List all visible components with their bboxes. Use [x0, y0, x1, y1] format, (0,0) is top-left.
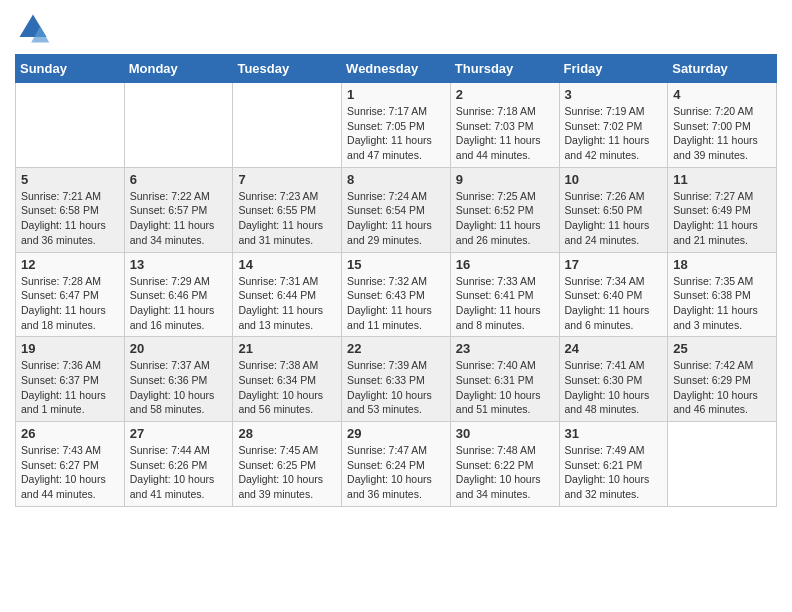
day-number: 20 [130, 341, 228, 356]
day-info: Sunrise: 7:18 AM Sunset: 7:03 PM Dayligh… [456, 104, 554, 163]
day-info: Sunrise: 7:24 AM Sunset: 6:54 PM Dayligh… [347, 189, 445, 248]
calendar-cell [668, 422, 777, 507]
day-info: Sunrise: 7:44 AM Sunset: 6:26 PM Dayligh… [130, 443, 228, 502]
calendar-table: SundayMondayTuesdayWednesdayThursdayFrid… [15, 54, 777, 507]
day-info: Sunrise: 7:26 AM Sunset: 6:50 PM Dayligh… [565, 189, 663, 248]
day-info: Sunrise: 7:32 AM Sunset: 6:43 PM Dayligh… [347, 274, 445, 333]
day-info: Sunrise: 7:22 AM Sunset: 6:57 PM Dayligh… [130, 189, 228, 248]
calendar-cell: 22Sunrise: 7:39 AM Sunset: 6:33 PM Dayli… [342, 337, 451, 422]
calendar-cell: 25Sunrise: 7:42 AM Sunset: 6:29 PM Dayli… [668, 337, 777, 422]
day-info: Sunrise: 7:21 AM Sunset: 6:58 PM Dayligh… [21, 189, 119, 248]
day-info: Sunrise: 7:33 AM Sunset: 6:41 PM Dayligh… [456, 274, 554, 333]
calendar-week-3: 12Sunrise: 7:28 AM Sunset: 6:47 PM Dayli… [16, 252, 777, 337]
calendar-cell: 11Sunrise: 7:27 AM Sunset: 6:49 PM Dayli… [668, 167, 777, 252]
header-day-friday: Friday [559, 55, 668, 83]
day-info: Sunrise: 7:34 AM Sunset: 6:40 PM Dayligh… [565, 274, 663, 333]
calendar-cell: 23Sunrise: 7:40 AM Sunset: 6:31 PM Dayli… [450, 337, 559, 422]
calendar-cell: 1Sunrise: 7:17 AM Sunset: 7:05 PM Daylig… [342, 83, 451, 168]
calendar-cell: 18Sunrise: 7:35 AM Sunset: 6:38 PM Dayli… [668, 252, 777, 337]
day-info: Sunrise: 7:48 AM Sunset: 6:22 PM Dayligh… [456, 443, 554, 502]
day-number: 25 [673, 341, 771, 356]
day-number: 30 [456, 426, 554, 441]
day-number: 14 [238, 257, 336, 272]
day-info: Sunrise: 7:41 AM Sunset: 6:30 PM Dayligh… [565, 358, 663, 417]
header-day-sunday: Sunday [16, 55, 125, 83]
calendar-cell: 26Sunrise: 7:43 AM Sunset: 6:27 PM Dayli… [16, 422, 125, 507]
day-number: 22 [347, 341, 445, 356]
calendar-cell: 16Sunrise: 7:33 AM Sunset: 6:41 PM Dayli… [450, 252, 559, 337]
day-info: Sunrise: 7:47 AM Sunset: 6:24 PM Dayligh… [347, 443, 445, 502]
header-day-wednesday: Wednesday [342, 55, 451, 83]
day-number: 4 [673, 87, 771, 102]
day-number: 19 [21, 341, 119, 356]
day-number: 2 [456, 87, 554, 102]
day-info: Sunrise: 7:43 AM Sunset: 6:27 PM Dayligh… [21, 443, 119, 502]
calendar-cell [124, 83, 233, 168]
day-info: Sunrise: 7:39 AM Sunset: 6:33 PM Dayligh… [347, 358, 445, 417]
header-day-tuesday: Tuesday [233, 55, 342, 83]
day-number: 7 [238, 172, 336, 187]
day-info: Sunrise: 7:25 AM Sunset: 6:52 PM Dayligh… [456, 189, 554, 248]
day-number: 29 [347, 426, 445, 441]
day-number: 1 [347, 87, 445, 102]
day-number: 26 [21, 426, 119, 441]
calendar-cell: 30Sunrise: 7:48 AM Sunset: 6:22 PM Dayli… [450, 422, 559, 507]
day-number: 31 [565, 426, 663, 441]
day-info: Sunrise: 7:42 AM Sunset: 6:29 PM Dayligh… [673, 358, 771, 417]
logo [15, 10, 55, 46]
calendar-cell: 28Sunrise: 7:45 AM Sunset: 6:25 PM Dayli… [233, 422, 342, 507]
day-info: Sunrise: 7:19 AM Sunset: 7:02 PM Dayligh… [565, 104, 663, 163]
calendar-cell: 5Sunrise: 7:21 AM Sunset: 6:58 PM Daylig… [16, 167, 125, 252]
day-number: 21 [238, 341, 336, 356]
day-info: Sunrise: 7:29 AM Sunset: 6:46 PM Dayligh… [130, 274, 228, 333]
calendar-cell: 13Sunrise: 7:29 AM Sunset: 6:46 PM Dayli… [124, 252, 233, 337]
calendar-week-5: 26Sunrise: 7:43 AM Sunset: 6:27 PM Dayli… [16, 422, 777, 507]
calendar-cell: 10Sunrise: 7:26 AM Sunset: 6:50 PM Dayli… [559, 167, 668, 252]
day-number: 15 [347, 257, 445, 272]
calendar-cell: 24Sunrise: 7:41 AM Sunset: 6:30 PM Dayli… [559, 337, 668, 422]
calendar-cell: 14Sunrise: 7:31 AM Sunset: 6:44 PM Dayli… [233, 252, 342, 337]
day-number: 16 [456, 257, 554, 272]
day-info: Sunrise: 7:38 AM Sunset: 6:34 PM Dayligh… [238, 358, 336, 417]
calendar-cell: 27Sunrise: 7:44 AM Sunset: 6:26 PM Dayli… [124, 422, 233, 507]
day-number: 11 [673, 172, 771, 187]
calendar-cell: 29Sunrise: 7:47 AM Sunset: 6:24 PM Dayli… [342, 422, 451, 507]
header-day-thursday: Thursday [450, 55, 559, 83]
calendar-cell [233, 83, 342, 168]
day-number: 24 [565, 341, 663, 356]
calendar-cell: 9Sunrise: 7:25 AM Sunset: 6:52 PM Daylig… [450, 167, 559, 252]
day-info: Sunrise: 7:20 AM Sunset: 7:00 PM Dayligh… [673, 104, 771, 163]
day-info: Sunrise: 7:45 AM Sunset: 6:25 PM Dayligh… [238, 443, 336, 502]
calendar-cell [16, 83, 125, 168]
calendar-week-2: 5Sunrise: 7:21 AM Sunset: 6:58 PM Daylig… [16, 167, 777, 252]
day-info: Sunrise: 7:27 AM Sunset: 6:49 PM Dayligh… [673, 189, 771, 248]
day-info: Sunrise: 7:23 AM Sunset: 6:55 PM Dayligh… [238, 189, 336, 248]
logo-icon [15, 10, 51, 46]
day-number: 13 [130, 257, 228, 272]
calendar-week-1: 1Sunrise: 7:17 AM Sunset: 7:05 PM Daylig… [16, 83, 777, 168]
calendar-cell: 6Sunrise: 7:22 AM Sunset: 6:57 PM Daylig… [124, 167, 233, 252]
day-info: Sunrise: 7:36 AM Sunset: 6:37 PM Dayligh… [21, 358, 119, 417]
day-number: 3 [565, 87, 663, 102]
header-row: SundayMondayTuesdayWednesdayThursdayFrid… [16, 55, 777, 83]
day-number: 18 [673, 257, 771, 272]
header-day-saturday: Saturday [668, 55, 777, 83]
calendar-body: 1Sunrise: 7:17 AM Sunset: 7:05 PM Daylig… [16, 83, 777, 507]
calendar-cell: 19Sunrise: 7:36 AM Sunset: 6:37 PM Dayli… [16, 337, 125, 422]
calendar-cell: 12Sunrise: 7:28 AM Sunset: 6:47 PM Dayli… [16, 252, 125, 337]
day-info: Sunrise: 7:31 AM Sunset: 6:44 PM Dayligh… [238, 274, 336, 333]
day-number: 27 [130, 426, 228, 441]
day-number: 17 [565, 257, 663, 272]
page-header [15, 10, 777, 46]
day-number: 12 [21, 257, 119, 272]
day-info: Sunrise: 7:40 AM Sunset: 6:31 PM Dayligh… [456, 358, 554, 417]
day-info: Sunrise: 7:37 AM Sunset: 6:36 PM Dayligh… [130, 358, 228, 417]
calendar-cell: 20Sunrise: 7:37 AM Sunset: 6:36 PM Dayli… [124, 337, 233, 422]
day-info: Sunrise: 7:35 AM Sunset: 6:38 PM Dayligh… [673, 274, 771, 333]
calendar-cell: 4Sunrise: 7:20 AM Sunset: 7:00 PM Daylig… [668, 83, 777, 168]
day-number: 10 [565, 172, 663, 187]
calendar-header: SundayMondayTuesdayWednesdayThursdayFrid… [16, 55, 777, 83]
calendar-cell: 3Sunrise: 7:19 AM Sunset: 7:02 PM Daylig… [559, 83, 668, 168]
calendar-cell: 15Sunrise: 7:32 AM Sunset: 6:43 PM Dayli… [342, 252, 451, 337]
calendar-week-4: 19Sunrise: 7:36 AM Sunset: 6:37 PM Dayli… [16, 337, 777, 422]
